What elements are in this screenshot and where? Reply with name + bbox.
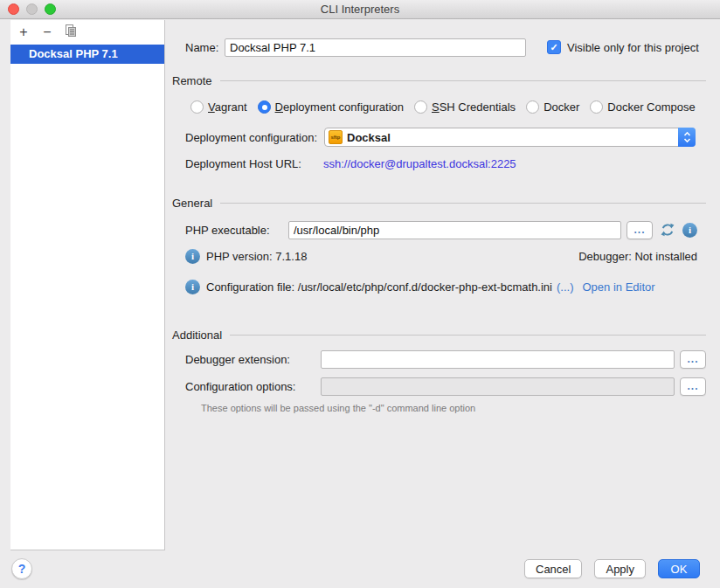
deployment-configuration-select[interactable]: sftp Docksal	[324, 128, 696, 147]
cli-interpreters-dialog: CLI Interpreters + −	[0, 0, 720, 588]
radio-ssh-label: SSH Credentials	[432, 100, 516, 114]
radio-deployment-configuration[interactable]: Deployment configuration	[258, 100, 404, 114]
config-file-info-icon: i	[185, 280, 200, 294]
configuration-options-input[interactable]	[321, 377, 675, 396]
radio-docker-compose-label: Docker Compose	[607, 100, 695, 114]
show-full-path-link[interactable]: (...)	[557, 280, 574, 294]
debugger-status-text: Debugger: Not installed	[578, 250, 697, 263]
info-icon[interactable]: i	[682, 223, 697, 238]
section-divider	[220, 80, 706, 81]
name-input[interactable]	[225, 38, 526, 57]
radio-docker[interactable]: Docker	[526, 100, 579, 114]
chevron-up-down-icon[interactable]	[678, 128, 696, 147]
additional-section-header: Additional	[172, 328, 706, 342]
php-version-info-icon: i	[185, 249, 200, 264]
list-toolbar: + −	[10, 20, 164, 45]
php-executable-input[interactable]	[288, 221, 621, 239]
radio-ssh-credentials[interactable]: SSH Credentials	[414, 100, 516, 114]
radio-circle[interactable]	[590, 100, 603, 114]
radio-docker-label: Docker	[543, 100, 579, 114]
sftp-icon: sftp	[329, 130, 343, 144]
radio-circle[interactable]	[414, 100, 427, 114]
deployment-configuration-label: Deployment configuration:	[185, 131, 317, 144]
visible-only-label: Visible only for this project	[567, 41, 699, 54]
open-in-editor-link[interactable]: Open in Editor	[582, 280, 654, 294]
deployment-configuration-value: Docksal	[347, 131, 391, 144]
options-note-text: These options will be passed using the "…	[201, 403, 706, 413]
remote-section-header: Remote	[172, 73, 706, 87]
remove-interpreter-button[interactable]: −	[38, 24, 56, 41]
debugger-extension-browse-button[interactable]: ...	[680, 350, 706, 369]
help-button[interactable]: ?	[11, 558, 32, 579]
settings-form: Name: ✓ Visible only for this project Re…	[165, 20, 720, 550]
configuration-options-label: Configuration options:	[185, 380, 316, 393]
deployment-host-url-label: Deployment Host URL:	[185, 157, 316, 170]
list-item-interpreter[interactable]: Docksal PHP 7.1	[10, 45, 164, 64]
php-executable-browse-button[interactable]: ...	[627, 221, 653, 239]
ok-button[interactable]: OK	[658, 559, 700, 578]
cancel-button[interactable]: Cancel	[524, 559, 582, 578]
configuration-file-text: Configuration file: /usr/local/etc/php/c…	[206, 280, 552, 294]
additional-section-label: Additional	[172, 329, 222, 342]
visible-only-checkbox[interactable]: ✓	[547, 40, 561, 54]
copy-interpreter-button[interactable]	[62, 24, 80, 41]
dialog-footer: ? Cancel Apply OK	[0, 550, 720, 588]
debugger-extension-input[interactable]	[321, 350, 675, 369]
configuration-options-browse-button[interactable]: ...	[680, 377, 706, 396]
radio-circle[interactable]	[526, 100, 539, 114]
general-section-label: General	[172, 197, 212, 210]
add-interpreter-button[interactable]: +	[15, 24, 32, 41]
window-title: CLI Interpreters	[0, 0, 720, 19]
php-executable-label: PHP executable:	[185, 224, 283, 237]
section-divider	[230, 335, 706, 336]
radio-circle-selected[interactable]	[258, 100, 271, 114]
section-divider	[220, 203, 706, 204]
radio-vagrant[interactable]: Vagrant	[190, 100, 247, 114]
radio-vagrant-label: Vagrant	[208, 100, 247, 114]
radio-deployment-label: Deployment configuration	[275, 100, 404, 114]
debugger-extension-label: Debugger extension:	[185, 353, 316, 366]
name-label: Name:	[185, 41, 219, 54]
php-version-text: PHP version: 7.1.18	[206, 250, 307, 263]
radio-circle[interactable]	[190, 100, 204, 114]
remote-section-label: Remote	[172, 74, 212, 87]
reload-icon[interactable]	[660, 222, 675, 238]
interpreters-list-panel: + − Docksa	[10, 20, 165, 550]
dialog-body: + − Docksa	[0, 20, 720, 550]
titlebar[interactable]: CLI Interpreters	[0, 0, 720, 19]
general-section-header: General	[172, 196, 706, 210]
deployment-host-url-link[interactable]: ssh://docker@drupaltest.docksal:2225	[323, 157, 516, 170]
apply-button[interactable]: Apply	[594, 559, 646, 578]
radio-docker-compose[interactable]: Docker Compose	[590, 100, 695, 114]
copy-icon	[64, 24, 78, 38]
sidebar-margin: + − Docksa	[0, 20, 165, 550]
